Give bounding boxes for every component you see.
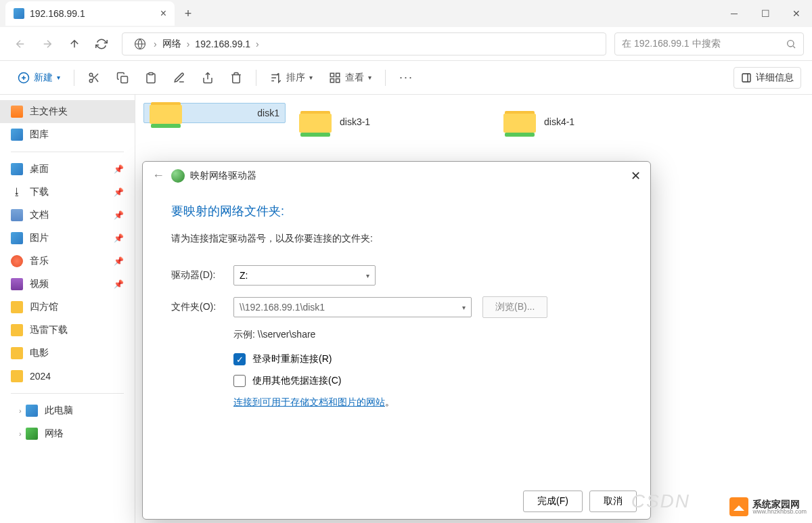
finish-button[interactable]: 完成(F) bbox=[523, 491, 583, 512]
browse-button[interactable]: 浏览(B)... bbox=[482, 296, 547, 318]
folder-label: 文件夹(O): bbox=[171, 301, 233, 313]
tab-title: 192.168.99.1 bbox=[30, 8, 155, 19]
dialog-heading: 要映射的网络文件夹: bbox=[171, 203, 622, 219]
dialog-title: 映射网络驱动器 bbox=[190, 170, 256, 182]
chevron-down-icon: ▾ bbox=[368, 74, 371, 81]
sidebar-item-videos[interactable]: 视频📌 bbox=[0, 273, 135, 296]
credentials-checkbox[interactable] bbox=[233, 375, 246, 387]
divider bbox=[256, 70, 256, 86]
house-icon bbox=[729, 497, 748, 516]
new-button[interactable]: 新建 ▾ bbox=[11, 68, 67, 88]
network-icon bbox=[26, 428, 38, 440]
sidebar-item-music[interactable]: 音乐📌 bbox=[0, 250, 135, 273]
example-text: 示例: \\server\share bbox=[233, 329, 622, 341]
search-input[interactable]: 在 192.168.99.1 中搜索 bbox=[614, 32, 804, 55]
folder-icon bbox=[11, 370, 23, 382]
copy-button[interactable] bbox=[110, 68, 135, 88]
svg-rect-7 bbox=[330, 73, 334, 76]
tab-close-icon[interactable]: × bbox=[160, 7, 166, 20]
pin-icon: 📌 bbox=[114, 256, 124, 266]
close-button[interactable]: ✕ bbox=[781, 0, 812, 27]
credentials-label: 使用其他凭据连接(C) bbox=[252, 375, 341, 387]
share-button[interactable] bbox=[195, 68, 221, 88]
sidebar-item-pictures[interactable]: 图片📌 bbox=[0, 227, 135, 250]
dialog-header: ← 映射网络驱动器 bbox=[143, 162, 650, 189]
breadcrumb-network[interactable]: 网络 bbox=[158, 37, 185, 51]
dialog-back-button[interactable]: ← bbox=[152, 168, 164, 183]
new-tab-button[interactable]: + bbox=[177, 3, 199, 24]
svg-rect-9 bbox=[330, 78, 334, 82]
credentials-checkbox-row[interactable]: 使用其他凭据连接(C) bbox=[233, 375, 622, 387]
sidebar-item-home[interactable]: 主文件夹 bbox=[0, 100, 135, 123]
share-folder-icon bbox=[503, 108, 536, 135]
pictures-icon bbox=[11, 232, 23, 244]
csdn-watermark: CSDN bbox=[631, 491, 690, 512]
tab-icon bbox=[14, 8, 24, 19]
connect-website-link[interactable]: 连接到可用于存储文档和图片的网站 bbox=[233, 396, 385, 407]
folder-label: disk3-1 bbox=[340, 116, 370, 127]
reconnect-checkbox-row[interactable]: ✓ 登录时重新连接(R) bbox=[233, 353, 622, 365]
home-icon bbox=[11, 106, 23, 118]
dialog-body: 要映射的网络文件夹: 请为连接指定驱动器号，以及你要连接的文件夹: 驱动器(D)… bbox=[143, 189, 650, 422]
cancel-button[interactable]: 取消 bbox=[589, 491, 637, 512]
document-icon bbox=[11, 209, 23, 221]
delete-button[interactable] bbox=[223, 68, 249, 88]
view-button[interactable]: 查看 ▾ bbox=[322, 68, 378, 88]
reconnect-label: 登录时重新连接(R) bbox=[252, 353, 332, 365]
folder-item[interactable]: disk3-1 bbox=[294, 103, 490, 141]
sidebar-item-downloads[interactable]: ⭳下载📌 bbox=[0, 181, 135, 204]
toolbar: 新建 ▾ 排序 ▾ 查看 ▾ ··· 详细信息 bbox=[0, 61, 812, 95]
svg-rect-10 bbox=[336, 78, 340, 82]
folder-icon bbox=[11, 347, 23, 359]
folder-input[interactable]: \\192.168.99.1\disk1 ▾ bbox=[233, 297, 472, 317]
dialog-subtitle: 请为连接指定驱动器号，以及你要连接的文件夹: bbox=[171, 233, 622, 245]
search-icon bbox=[786, 39, 796, 49]
minimize-button[interactable]: ─ bbox=[719, 0, 750, 27]
details-pane-button[interactable]: 详细信息 bbox=[734, 67, 801, 89]
breadcrumb-host[interactable]: 192.168.99.1 bbox=[191, 37, 254, 51]
folder-item[interactable]: disk1 bbox=[143, 103, 286, 123]
browser-tab[interactable]: 192.168.99.1 × bbox=[5, 1, 175, 26]
forward-button[interactable] bbox=[35, 32, 60, 56]
svg-point-4 bbox=[89, 79, 93, 83]
refresh-button[interactable] bbox=[89, 32, 114, 56]
paste-button[interactable] bbox=[138, 68, 164, 88]
window-controls: ─ ☐ ✕ bbox=[719, 0, 812, 27]
svg-point-3 bbox=[89, 73, 93, 76]
sidebar-item-2024[interactable]: 2024 bbox=[0, 365, 135, 388]
folder-value: \\192.168.99.1\disk1 bbox=[240, 302, 462, 313]
chevron-right-icon: › bbox=[254, 39, 261, 49]
sort-button[interactable]: 排序 ▾ bbox=[263, 68, 319, 88]
sidebar-item-network[interactable]: ›网络 bbox=[0, 422, 135, 445]
sidebar-item-desktop[interactable]: 桌面📌 bbox=[0, 158, 135, 181]
map-drive-dialog: ✕ ← 映射网络驱动器 要映射的网络文件夹: 请为连接指定驱动器号，以及你要连接… bbox=[142, 161, 651, 520]
sidebar-item-this-pc[interactable]: ›此电脑 bbox=[0, 399, 135, 422]
svg-rect-5 bbox=[121, 76, 128, 83]
drive-row: 驱动器(D): Z: ▾ bbox=[171, 265, 622, 286]
folder-item[interactable]: disk4-1 bbox=[498, 103, 694, 141]
chevron-right-icon: › bbox=[185, 39, 191, 49]
svg-rect-8 bbox=[336, 73, 340, 76]
sidebar-item-xunlei[interactable]: 迅雷下载 bbox=[0, 319, 135, 342]
drive-select[interactable]: Z: ▾ bbox=[233, 265, 376, 286]
back-button[interactable] bbox=[8, 32, 32, 56]
folder-label: disk4-1 bbox=[544, 116, 574, 127]
sidebar-item-sifang[interactable]: 四方馆 bbox=[0, 296, 135, 319]
maximize-button[interactable]: ☐ bbox=[750, 0, 781, 27]
share-folder-icon bbox=[299, 108, 332, 135]
more-button[interactable]: ··· bbox=[392, 66, 420, 89]
reconnect-checkbox[interactable]: ✓ bbox=[233, 353, 246, 365]
sidebar-item-documents[interactable]: 文档📌 bbox=[0, 204, 135, 227]
rename-button[interactable] bbox=[166, 68, 192, 88]
up-button[interactable] bbox=[62, 32, 87, 56]
svg-rect-6 bbox=[149, 72, 153, 74]
sidebar-item-movies[interactable]: 电影 bbox=[0, 342, 135, 365]
folder-icon bbox=[11, 301, 23, 313]
dialog-buttons: 完成(F) 取消 bbox=[523, 484, 637, 519]
chevron-right-icon: › bbox=[19, 430, 22, 438]
divider bbox=[74, 70, 74, 86]
dialog-close-button[interactable]: ✕ bbox=[631, 168, 641, 183]
cut-button[interactable] bbox=[81, 68, 107, 88]
breadcrumb[interactable]: › 网络 › 192.168.99.1 › bbox=[122, 32, 606, 55]
sidebar-item-gallery[interactable]: 图库 bbox=[0, 123, 135, 146]
